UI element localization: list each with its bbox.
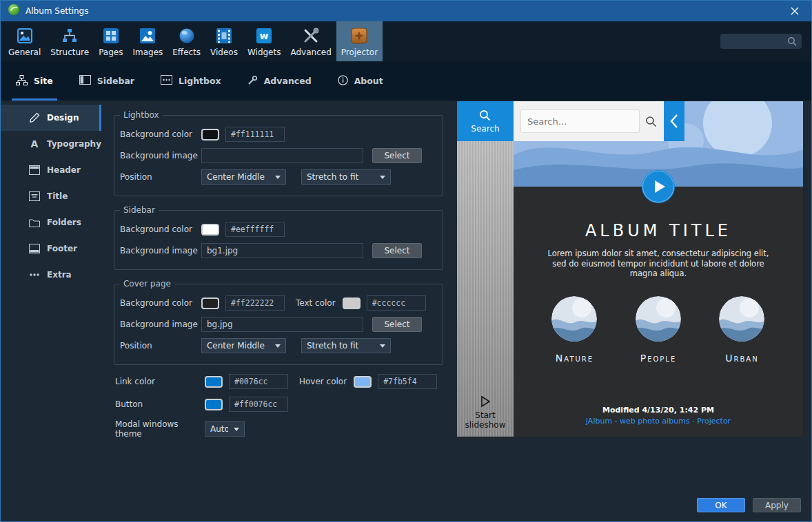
preview-search-button-label: Search [471, 124, 499, 134]
button-color-swatch[interactable] [205, 399, 223, 410]
tab-effects[interactable]: Effects [168, 21, 205, 61]
sidebar-item-design[interactable]: Design [1, 105, 101, 131]
cover-bg-color-input[interactable] [225, 295, 285, 311]
sidebar-item-extra[interactable]: Extra [1, 262, 101, 288]
group-title: Lightbox [120, 110, 163, 120]
folder-thumb-nature[interactable]: Nature [551, 296, 597, 364]
chevron-down-icon [380, 344, 385, 348]
cover-text-color-swatch[interactable] [343, 297, 361, 309]
folder-thumbnails: Nature [514, 296, 803, 364]
start-slideshow-button[interactable]: Start slideshow [457, 395, 514, 430]
chevron-down-icon [234, 428, 239, 431]
tab-pages[interactable]: Pages [94, 21, 128, 61]
chevron-down-icon [275, 176, 281, 179]
collapse-sidebar-button[interactable] [664, 101, 684, 141]
lightbox-bg-color-input[interactable] [225, 127, 285, 142]
button-color-label: Button [115, 399, 205, 409]
subnav-advanced[interactable]: Advanced [247, 61, 312, 101]
sidebar-bg-color-input[interactable] [225, 222, 285, 237]
sidebar-item-folders[interactable]: Folders [1, 209, 101, 236]
tab-general[interactable]: General [3, 21, 45, 61]
preview-sidebar-panel: Start slideshow [457, 141, 514, 437]
folder-thumb-people[interactable]: People [636, 296, 681, 364]
credit-links: jAlbum - web photo albums · Projector [514, 417, 803, 426]
subnav-about[interactable]: About [338, 61, 383, 101]
ok-button[interactable]: OK [697, 498, 745, 512]
search-icon[interactable] [645, 116, 657, 127]
subnav-label: Sidebar [97, 76, 134, 86]
tab-label: Videos [210, 48, 238, 57]
jalbum-link[interactable]: jAlbum - web photo albums [586, 417, 690, 426]
link-color-input[interactable] [229, 374, 288, 389]
tab-structure[interactable]: Structure [45, 21, 94, 61]
play-slideshow-button[interactable] [642, 170, 675, 203]
link-separator: · [692, 417, 695, 426]
cover-bg-image-input[interactable] [201, 317, 363, 332]
folder-label: People [640, 353, 677, 364]
sidebar-bg-color-swatch[interactable] [201, 224, 219, 236]
sidebar-item-title[interactable]: Title [1, 183, 101, 209]
tab-videos[interactable]: Videos [205, 21, 243, 61]
sidebar-bg-image-select-button[interactable]: Select [372, 243, 422, 258]
tab-label: Pages [99, 48, 123, 57]
subnav-label: About [354, 76, 383, 86]
preview-topbar [514, 101, 684, 141]
settings-search-box[interactable] [720, 34, 802, 49]
album-preview: Search Start slideshow [457, 101, 803, 437]
modal-theme-label: Modal windows theme [115, 419, 205, 439]
titlebar: Album Settings [1, 1, 811, 21]
hover-color-input[interactable] [378, 374, 437, 389]
projector-link[interactable]: Projector [697, 417, 731, 426]
lightbox-bg-color-swatch[interactable] [201, 129, 219, 140]
subnav-label: Lightbox [179, 76, 221, 86]
videos-icon [215, 26, 233, 45]
cover-text-color-input[interactable] [367, 295, 426, 311]
subnav-lightbox[interactable]: Lightbox [161, 61, 221, 101]
structure-icon [61, 26, 79, 45]
lightbox-group: Lightbox Background color Background ima… [114, 110, 443, 196]
lightbox-stretch-dropdown[interactable]: Stretch to fit [301, 169, 391, 185]
sidebar-bg-image-input[interactable] [201, 243, 363, 258]
info-icon [338, 75, 348, 87]
lightbox-position-dropdown[interactable]: Center Middle [201, 169, 286, 185]
album-title: ALBUM TITLE [514, 221, 803, 240]
preview-search-input[interactable] [520, 109, 640, 133]
title-icon [28, 191, 40, 201]
subnav-sidebar[interactable]: Sidebar [79, 61, 134, 101]
lightbox-icon [161, 75, 172, 87]
lightbox-bg-image-input[interactable] [201, 148, 363, 163]
lightbox-bg-image-select-button[interactable]: Select [372, 148, 422, 163]
modal-theme-dropdown[interactable]: Auto [205, 421, 245, 437]
button-color-input[interactable] [229, 397, 288, 412]
tab-label: Effects [172, 48, 201, 57]
settings-search-input[interactable] [725, 36, 787, 47]
design-sidebar: Design A Typography Header [1, 101, 101, 521]
folder-thumb-urban[interactable]: Urban [719, 296, 764, 364]
hover-color-swatch[interactable] [354, 376, 372, 388]
link-color-swatch[interactable] [205, 376, 223, 388]
dialog-footer: OK Apply [697, 498, 801, 512]
preview-main: ALBUM TITLE Lorem ipsum dolor sit amet, … [514, 101, 803, 437]
cover-bg-image-select-button[interactable]: Select [372, 317, 422, 332]
sidebar-item-label: Footer [47, 244, 77, 253]
cover-bg-color-swatch[interactable] [201, 297, 219, 309]
tab-label: Projector [341, 48, 378, 57]
main-toolbar: General Structure Pages [1, 21, 811, 61]
background-color-label: Background color [120, 225, 201, 234]
cover-stretch-dropdown[interactable]: Stretch to fit [301, 338, 391, 353]
sidebar-item-typography[interactable]: A Typography [1, 131, 101, 157]
tab-images[interactable]: Images [128, 21, 168, 61]
album-description: Lorem ipsum dolor sit amet, consectetur … [542, 249, 774, 279]
close-button[interactable] [785, 1, 804, 21]
sidebar-item-footer[interactable]: Footer [1, 236, 101, 262]
tab-projector[interactable]: Projector [336, 21, 383, 61]
subnav-site[interactable]: Site [16, 61, 53, 101]
tab-advanced[interactable]: Advanced [285, 21, 336, 61]
sidebar-item-header[interactable]: Header [1, 157, 101, 183]
apply-button[interactable]: Apply [753, 498, 801, 512]
tab-widgets[interactable]: w Widgets [243, 21, 286, 61]
folder-label: Urban [725, 353, 758, 364]
preview-search-button[interactable]: Search [457, 101, 514, 141]
cover-position-dropdown[interactable]: Center Middle [201, 338, 286, 353]
sidebar-layout-icon [79, 75, 91, 87]
